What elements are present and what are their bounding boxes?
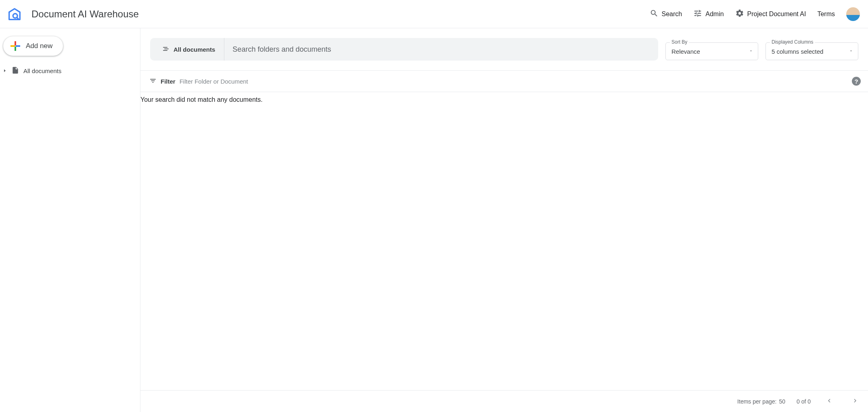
tune-icon bbox=[693, 9, 702, 19]
list-icon bbox=[162, 45, 169, 54]
filter-icon bbox=[149, 77, 157, 86]
app-title: Document AI Warehouse bbox=[31, 8, 139, 20]
search-nav-label: Search bbox=[662, 11, 682, 18]
project-nav-button[interactable]: Project Document AI bbox=[730, 6, 812, 23]
search-group: All documents bbox=[150, 38, 658, 61]
search-icon bbox=[650, 9, 659, 19]
gear-icon bbox=[735, 9, 744, 19]
empty-results-message: Your search did not match any documents. bbox=[140, 92, 868, 103]
plus-icon bbox=[10, 41, 20, 51]
filter-input[interactable] bbox=[180, 78, 848, 85]
sidebar: Add new All documents bbox=[0, 28, 140, 412]
app-header: Document AI Warehouse Search Admin Proje… bbox=[0, 0, 868, 28]
admin-nav-label: Admin bbox=[705, 11, 724, 18]
chevron-down-icon bbox=[749, 48, 753, 54]
sort-by-select[interactable]: Sort By Relevance bbox=[665, 42, 758, 60]
admin-nav-button[interactable]: Admin bbox=[688, 6, 729, 23]
terms-nav-label: Terms bbox=[817, 11, 835, 18]
page-range-text: 0 of 0 bbox=[797, 398, 811, 405]
document-icon bbox=[11, 66, 19, 76]
scope-chip-label: All documents bbox=[174, 46, 215, 53]
items-per-page-label: Items per page: bbox=[737, 398, 776, 405]
paginator: Items per page: 50 0 of 0 bbox=[140, 390, 868, 412]
help-icon[interactable]: ? bbox=[852, 77, 861, 86]
displayed-columns-label: Displayed Columns bbox=[770, 39, 815, 45]
avatar[interactable] bbox=[846, 7, 860, 21]
displayed-columns-value: 5 columns selected bbox=[772, 48, 823, 55]
app-logo-icon[interactable] bbox=[5, 4, 24, 24]
sidebar-item-label: All documents bbox=[23, 67, 61, 74]
chevron-right-icon bbox=[2, 67, 7, 74]
search-nav-button[interactable]: Search bbox=[644, 6, 688, 23]
project-nav-label: Project Document AI bbox=[747, 11, 806, 18]
sidebar-item-all-documents[interactable]: All documents bbox=[0, 64, 140, 78]
sort-by-label: Sort By bbox=[670, 39, 689, 45]
next-page-button[interactable] bbox=[848, 394, 862, 409]
sort-by-value: Relevance bbox=[671, 48, 700, 55]
chevron-left-icon bbox=[826, 397, 833, 406]
displayed-columns-select[interactable]: Displayed Columns 5 columns selected bbox=[766, 42, 858, 60]
items-per-page-value[interactable]: 50 bbox=[779, 398, 785, 405]
filter-label: Filter bbox=[161, 78, 176, 85]
terms-nav-button[interactable]: Terms bbox=[812, 7, 841, 21]
main-area: All documents Sort By Relevance Displaye… bbox=[140, 28, 868, 412]
chevron-down-icon bbox=[849, 48, 853, 54]
prev-page-button[interactable] bbox=[822, 394, 837, 409]
search-input[interactable] bbox=[224, 45, 658, 54]
add-new-button[interactable]: Add new bbox=[3, 36, 63, 56]
scope-chip[interactable]: All documents bbox=[150, 38, 224, 61]
controls-row: All documents Sort By Relevance Displaye… bbox=[140, 28, 868, 70]
add-new-label: Add new bbox=[26, 42, 52, 50]
chevron-right-icon bbox=[851, 397, 859, 406]
filter-row: Filter ? bbox=[140, 70, 868, 92]
